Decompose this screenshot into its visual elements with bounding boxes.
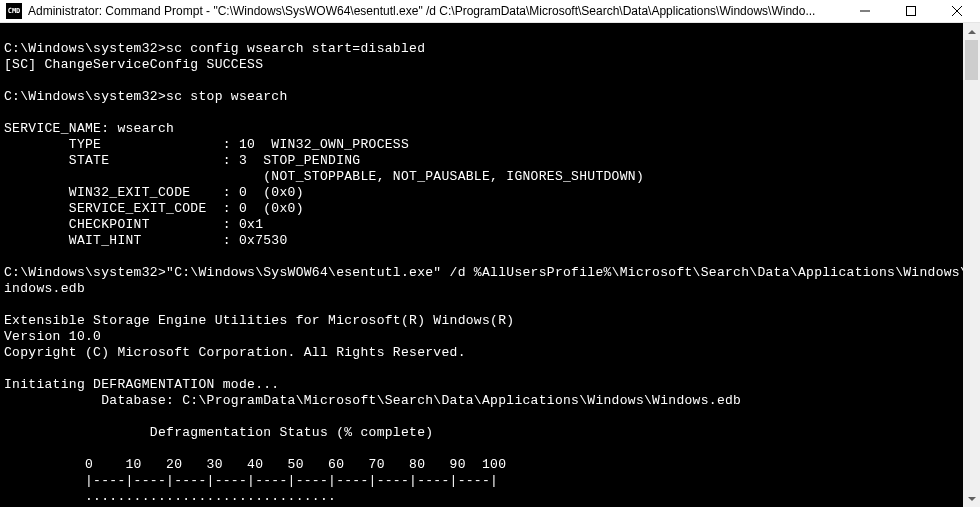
window-controls	[842, 0, 980, 22]
scroll-down-button[interactable]	[963, 490, 980, 507]
maximize-button[interactable]	[888, 0, 934, 22]
close-icon	[952, 6, 962, 16]
chevron-up-icon	[968, 30, 976, 34]
scroll-thumb[interactable]	[965, 40, 978, 80]
maximize-icon	[906, 6, 916, 16]
scroll-track[interactable]	[963, 40, 980, 490]
chevron-down-icon	[968, 497, 976, 501]
command-prompt-window: CMD Administrator: Command Prompt - "C:\…	[0, 0, 980, 507]
titlebar[interactable]: CMD Administrator: Command Prompt - "C:\…	[0, 0, 980, 23]
window-title: Administrator: Command Prompt - "C:\Wind…	[28, 4, 842, 18]
vertical-scrollbar[interactable]	[963, 23, 980, 507]
cmd-icon: CMD	[6, 3, 22, 19]
console-area: C:\Windows\system32>sc config wsearch st…	[0, 23, 980, 507]
console-output[interactable]: C:\Windows\system32>sc config wsearch st…	[0, 23, 963, 507]
scroll-up-button[interactable]	[963, 23, 980, 40]
close-button[interactable]	[934, 0, 980, 22]
svg-rect-1	[907, 7, 916, 16]
minimize-button[interactable]	[842, 0, 888, 22]
minimize-icon	[860, 6, 870, 16]
